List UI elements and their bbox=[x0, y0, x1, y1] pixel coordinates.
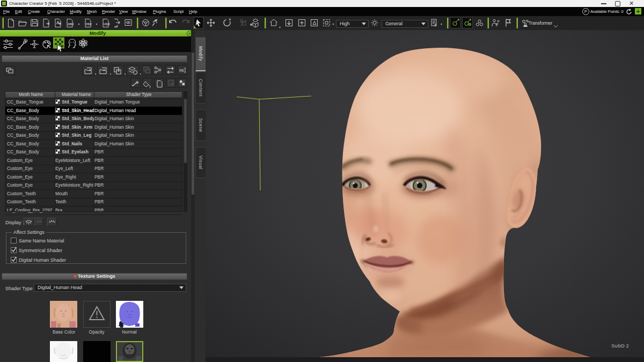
svg-text:RE: RE bbox=[179, 69, 185, 72]
svg-text:USD: USD bbox=[104, 23, 110, 26]
svg-text:OBJ: OBJ bbox=[68, 23, 74, 26]
svg-text:2: 2 bbox=[434, 23, 436, 27]
svg-text:FBX: FBX bbox=[86, 23, 92, 26]
svg-text:SubD 2: SubD 2 bbox=[611, 343, 629, 349]
svg-text:Transformer: Transformer bbox=[529, 21, 553, 26]
